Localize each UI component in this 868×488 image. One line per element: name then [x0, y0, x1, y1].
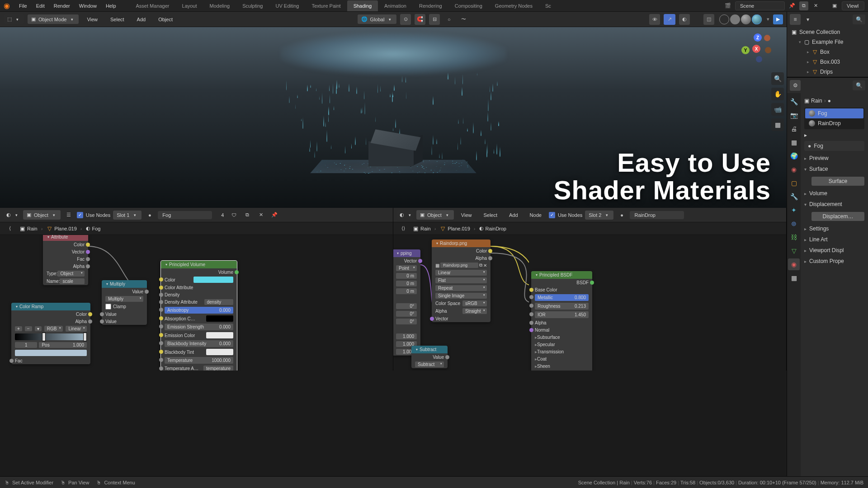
- tab-render[interactable]: 📷: [788, 109, 800, 121]
- back-icon-r[interactable]: ⟨⟩: [398, 223, 409, 234]
- tab-world[interactable]: ◉: [788, 164, 800, 175]
- list-icon[interactable]: ☰: [63, 210, 74, 221]
- props-type-icon[interactable]: ⚙: [790, 80, 801, 91]
- ws-geonodes[interactable]: Geometry Nodes: [489, 0, 539, 11]
- preview-play-icon[interactable]: ▸: [804, 132, 864, 138]
- ws-uv[interactable]: UV Editing: [269, 0, 305, 11]
- panel-preview[interactable]: ▸Preview: [804, 153, 864, 164]
- zoom-icon[interactable]: 🔍: [771, 72, 784, 85]
- ws-layout[interactable]: Layout: [176, 0, 203, 11]
- viewport[interactable]: Easy to Use Shader Materials Z Y X 🔍 ✋ 📹…: [0, 27, 787, 208]
- tab-texture[interactable]: ▦: [788, 272, 800, 284]
- bread-mesh[interactable]: ▽Plane.019: [46, 225, 77, 232]
- ol-box[interactable]: ▸▽Box: [787, 47, 868, 57]
- node-principled-bsdf[interactable]: Principled BSDF BSDF Base Color Metallic…: [531, 271, 592, 371]
- ws-animation[interactable]: Animation: [378, 0, 413, 11]
- unlink-icon[interactable]: ✕: [255, 210, 266, 221]
- tab-scene[interactable]: 🌍: [788, 150, 800, 162]
- render-play-button[interactable]: ▶: [773, 14, 783, 24]
- bread-mesh-r[interactable]: ▽Plane.019: [439, 225, 470, 232]
- mat-raindrop[interactable]: RainDrop: [805, 118, 863, 128]
- menu-edit[interactable]: Edit: [32, 0, 49, 11]
- mode-dropdown[interactable]: ▣Object Mode: [28, 14, 79, 24]
- bread-mat[interactable]: ◐Fog: [86, 225, 101, 231]
- vp-add[interactable]: Add: [132, 14, 151, 25]
- pan-icon[interactable]: ✋: [771, 88, 784, 100]
- bread-mat-r[interactable]: ◐RainDrop: [479, 225, 506, 231]
- material-shading[interactable]: [741, 14, 751, 24]
- outliner-search[interactable]: 🔍: [853, 14, 865, 24]
- node-mapping[interactable]: pping Vector Point 0 m 0 m 0 m 0° 0° 0° …: [393, 249, 420, 356]
- snap-to-icon[interactable]: ⊟: [429, 14, 440, 25]
- tab-material[interactable]: ◉: [788, 258, 800, 270]
- ws-compositing[interactable]: Compositing: [448, 0, 489, 11]
- nav-gizmo[interactable]: Z Y X: [742, 33, 773, 64]
- node-image-texture[interactable]: Raindorp.png Color Alpha ▦Raindorp.png⧉✕…: [432, 239, 491, 322]
- shield-icon[interactable]: 🛡: [228, 210, 239, 221]
- menu-help[interactable]: Help: [101, 0, 121, 11]
- render-shading[interactable]: [752, 14, 762, 24]
- ne-select[interactable]: Select: [479, 210, 502, 221]
- mat-name-l[interactable]: Fog: [158, 211, 212, 219]
- props-search[interactable]: 🔍: [853, 80, 865, 90]
- use-nodes-check-l[interactable]: ✓: [77, 212, 83, 218]
- ne-view[interactable]: View: [457, 210, 476, 221]
- filter-icon[interactable]: ▾: [802, 14, 813, 25]
- overlay-icon[interactable]: ◐: [679, 14, 690, 25]
- tab-view[interactable]: ▦: [788, 136, 800, 148]
- snap-icon[interactable]: 🧲: [415, 14, 425, 25]
- use-nodes-check-r[interactable]: ✓: [549, 212, 555, 218]
- gizmo-toggle-icon[interactable]: ↗: [664, 14, 675, 25]
- ol-collection[interactable]: ▾▢Example File: [787, 37, 868, 47]
- camera-icon[interactable]: 📹: [771, 103, 784, 116]
- displacement-field[interactable]: Displacem…: [811, 212, 864, 221]
- ws-asset[interactable]: Asset Manager: [130, 0, 176, 11]
- vp-view[interactable]: View: [82, 14, 102, 25]
- bread-obj-r[interactable]: ▣Rain: [412, 225, 431, 232]
- perspective-icon[interactable]: ▦: [771, 118, 784, 131]
- slot-dropdown-r[interactable]: Slot 2: [585, 211, 613, 220]
- ne-node[interactable]: Node: [525, 210, 546, 221]
- panel-custom[interactable]: ▸Custom Prope: [804, 256, 864, 267]
- curve-icon[interactable]: 〜: [458, 14, 469, 25]
- ol-drips[interactable]: ▸▽Drips: [787, 67, 868, 77]
- gizmo-y[interactable]: Y: [741, 46, 750, 54]
- menu-file[interactable]: File: [14, 0, 32, 11]
- ol-scene-collection[interactable]: ▣Scene Collection: [787, 27, 868, 37]
- menu-render[interactable]: Render: [49, 0, 75, 11]
- node-attribute[interactable]: Attribute Color Vector Fac Alpha Type:Ob…: [43, 233, 88, 285]
- ne-editor-type-r[interactable]: ◐: [397, 210, 414, 220]
- ne-add[interactable]: Add: [505, 210, 523, 221]
- gizmo-x[interactable]: X: [752, 45, 760, 53]
- pin-icon[interactable]: 📌: [788, 1, 797, 10]
- panel-settings[interactable]: ▸Settings: [804, 223, 864, 234]
- bread-obj[interactable]: ▣Rain: [19, 225, 38, 232]
- ws-sc[interactable]: Sc: [539, 0, 557, 11]
- ws-texpaint[interactable]: Texture Paint: [305, 0, 347, 11]
- ne-shader-type-l[interactable]: ▣Object: [23, 210, 61, 220]
- wire-shading[interactable]: [719, 14, 729, 24]
- visibility-icon[interactable]: 👁: [649, 14, 660, 25]
- gizmo-z[interactable]: Z: [754, 33, 762, 42]
- menu-window[interactable]: Window: [75, 0, 101, 11]
- slot-dropdown-l[interactable]: Slot 1: [113, 211, 142, 220]
- tab-object[interactable]: ▢: [788, 177, 800, 189]
- ws-rendering[interactable]: Rendering: [413, 0, 448, 11]
- scene-icon[interactable]: 🎬: [723, 1, 732, 10]
- mat-ball-icon-r[interactable]: ●: [616, 210, 627, 221]
- panel-viewport[interactable]: ▸Viewport Displ: [804, 245, 864, 256]
- pivot-icon[interactable]: ⊙: [400, 14, 411, 25]
- outliner-type-icon[interactable]: ≡: [790, 14, 801, 25]
- node-subtract[interactable]: Subtract Value Subtract: [411, 346, 448, 368]
- ne-editor-type[interactable]: ◐: [4, 210, 20, 220]
- panel-displacement[interactable]: ▾Displacement: [804, 199, 864, 210]
- mat-fog[interactable]: Fog: [805, 108, 863, 118]
- tab-particles[interactable]: ✦: [788, 204, 800, 216]
- node-color-ramp[interactable]: Color Ramp Color Alpha + − ▾ RGB Linear …: [11, 303, 90, 364]
- layer-icon[interactable]: ▣: [830, 1, 839, 10]
- orientation[interactable]: 🌐Global: [358, 14, 397, 24]
- copy-icon[interactable]: ⧉: [799, 1, 808, 10]
- dup-icon[interactable]: ⧉: [242, 210, 253, 221]
- ol-box003[interactable]: ▸▽Box.003: [787, 57, 868, 67]
- mat-ball-icon[interactable]: ●: [144, 210, 155, 221]
